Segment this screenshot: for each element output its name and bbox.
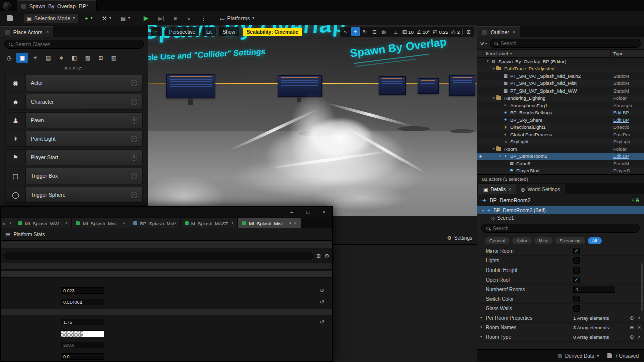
asset-tab[interactable]: M_Splash_MAST...* bbox=[181, 218, 237, 228]
scalar-parameter-row[interactable]: 1.75 ↺ bbox=[1, 317, 332, 327]
filter-chip-misc[interactable]: Misc bbox=[534, 237, 553, 244]
close-icon[interactable]: × bbox=[508, 187, 511, 192]
scale-snap-control[interactable]: ◰ 0.25 bbox=[431, 27, 450, 36]
filter-chip-actor[interactable]: Actor bbox=[512, 237, 532, 244]
checkbox[interactable]: ✓ bbox=[573, 248, 580, 254]
play-button[interactable]: ▶ bbox=[141, 13, 152, 23]
asset-tab[interactable]: n...* bbox=[1, 218, 14, 228]
outliner-search[interactable] bbox=[490, 39, 641, 48]
component-row-scene[interactable]: ◇ Scene1 bbox=[477, 214, 644, 221]
edit-bp-link[interactable]: Edit BP bbox=[613, 110, 644, 115]
expander-icon[interactable]: ▾ bbox=[480, 325, 486, 329]
expander-icon[interactable]: ▾ bbox=[491, 96, 496, 100]
edit-bp-link[interactable]: Edit BP bbox=[613, 117, 644, 123]
scale-tool-button[interactable]: ⊡ bbox=[370, 27, 379, 36]
checkbox[interactable] bbox=[573, 296, 580, 302]
type-column-header[interactable]: Type bbox=[613, 51, 624, 56]
frame-skip-button[interactable]: ▶| bbox=[155, 14, 167, 23]
add-element-icon[interactable]: ⊕ bbox=[630, 334, 634, 340]
parameter-search-input[interactable] bbox=[4, 252, 313, 260]
outliner-tab[interactable]: Outliner × bbox=[477, 26, 520, 37]
place-actors-search[interactable] bbox=[4, 40, 144, 49]
reset-icon[interactable]: ↺ bbox=[320, 319, 324, 325]
checkbox[interactable] bbox=[573, 305, 580, 312]
eject-button[interactable]: ▲ bbox=[183, 14, 194, 23]
filter-chip-streaming[interactable]: Streaming bbox=[555, 237, 585, 244]
play-options-button[interactable]: ⋮ bbox=[198, 14, 209, 23]
clear-array-icon[interactable]: × bbox=[638, 334, 641, 340]
help-icon[interactable]: ? bbox=[131, 173, 137, 179]
outliner-row[interactable]: ▦ PT_SM_VAT_Splash_Mid_Main2 StaticM bbox=[477, 72, 644, 80]
color-swatch[interactable] bbox=[61, 330, 104, 337]
expander-icon[interactable]: ▾ bbox=[485, 59, 490, 63]
place-actor-item-point-light[interactable]: ☀ Point Light ? bbox=[5, 131, 143, 147]
scrollbar[interactable] bbox=[641, 263, 643, 311]
checkbox[interactable] bbox=[573, 257, 580, 264]
settings-button[interactable]: ⚙ Settings bbox=[447, 235, 472, 241]
perspective-dropdown[interactable]: Perspective bbox=[165, 27, 199, 36]
details-search-input[interactable] bbox=[493, 226, 635, 231]
reset-icon[interactable]: ↺ bbox=[320, 299, 324, 305]
outliner-row[interactable]: ▦ PT_SM_VAT_Splash_Mid_WW StaticM bbox=[477, 87, 644, 95]
expander-icon[interactable]: ▾ bbox=[482, 208, 484, 213]
place-actor-item-actor[interactable]: ◉ Actor ? bbox=[5, 75, 143, 91]
rotate-tool-button[interactable]: ↻ bbox=[360, 27, 370, 36]
outliner-row[interactable]: ✦ BP_Sky_Shere Edit BP bbox=[477, 116, 644, 124]
place-actor-item-player-start[interactable]: ⚑ Player Start ? bbox=[5, 149, 143, 165]
expander-icon[interactable]: ▾ bbox=[491, 147, 496, 151]
details-search[interactable] bbox=[481, 224, 640, 233]
gear-icon[interactable]: ⚙ bbox=[324, 253, 329, 259]
close-icon[interactable]: × bbox=[46, 29, 49, 35]
checkbox[interactable]: ✓ bbox=[573, 277, 580, 283]
recently-placed-icon[interactable]: ◷ bbox=[3, 53, 15, 63]
place-actor-item-trigger-sphere[interactable]: ◯ Trigger Sphere ? bbox=[5, 187, 143, 203]
all-classes-category-icon[interactable]: ⊞ bbox=[95, 53, 107, 63]
surface-snap-toggle[interactable]: ⊥ bbox=[391, 27, 401, 36]
save-button[interactable] bbox=[4, 14, 16, 23]
place-actor-item-pawn[interactable]: ♟ Pawn ? bbox=[5, 112, 143, 128]
help-icon[interactable]: ? bbox=[131, 136, 137, 142]
outliner-row[interactable]: ◐ Global PostProcess PostPro bbox=[477, 131, 644, 138]
outliner-row-selected[interactable]: ◉ ▾ ✦ BP_DemoRoom2 Edit BP bbox=[477, 153, 644, 160]
viewport-menu-button[interactable]: ≡ bbox=[151, 27, 162, 36]
expander-icon[interactable]: ▾ bbox=[480, 335, 486, 339]
window-titlebar[interactable]: – □ × bbox=[1, 207, 332, 217]
view-mode-dropdown[interactable]: Lit bbox=[202, 27, 216, 36]
asset-tab[interactable]: BP_Splash_Mid* bbox=[129, 218, 180, 228]
outliner-row[interactable]: ⚑ PlayerStart PlayerS bbox=[477, 167, 644, 175]
outliner-row[interactable]: ▾ Rendering_Lighting Folder bbox=[477, 95, 644, 102]
outliner-row[interactable]: ▾ Room Folder bbox=[477, 145, 644, 153]
show-dropdown[interactable]: Show bbox=[219, 27, 239, 36]
clear-array-icon[interactable]: × bbox=[638, 315, 641, 321]
outliner-row[interactable]: ☼ SkyLight SkyLigh bbox=[477, 138, 644, 146]
place-actor-item-trigger-box[interactable]: ▢ Trigger Box ? bbox=[5, 168, 143, 184]
outliner-row[interactable]: ▦ PT_SM_VAT_Splash_Mid_Mist StaticM bbox=[477, 80, 644, 87]
unsaved-button[interactable]: 7 Unsaved bbox=[607, 353, 639, 359]
color-parameter-row[interactable] bbox=[1, 329, 332, 338]
camera-speed-control[interactable]: ◎ 2 bbox=[450, 27, 461, 36]
outliner-row[interactable]: ▾ PathTrace_PreAdjusted bbox=[477, 65, 644, 73]
vfx-category-icon[interactable]: ∗ bbox=[55, 53, 67, 63]
place-actors-tab[interactable]: Place Actors × bbox=[0, 26, 53, 37]
asset-editor-tab[interactable]: Spawn_By_Overlap_BP* bbox=[17, 0, 97, 11]
help-icon[interactable]: ? bbox=[131, 80, 137, 86]
platforms-dropdown[interactable]: ▭ Platforms ▾ bbox=[217, 14, 257, 23]
outliner-row[interactable]: ≈ AtmosphericFog1 Atmosph bbox=[477, 102, 644, 109]
help-icon[interactable]: ? bbox=[131, 117, 137, 124]
search-classes-input[interactable] bbox=[15, 42, 139, 47]
blueprints-button[interactable]: ⚒ ▾ bbox=[99, 14, 114, 23]
help-icon[interactable]: ? bbox=[131, 154, 137, 161]
level-viewport[interactable]: Spawn By Overlap ple Use and "Collider" … bbox=[148, 25, 477, 216]
asset-tab-active[interactable]: MI_Splash_Mist_...* × bbox=[238, 218, 300, 228]
filter-chip-general[interactable]: General bbox=[485, 237, 510, 244]
grid-view-icon[interactable]: ⊞ bbox=[316, 253, 321, 259]
volumes-category-icon[interactable]: ▧ bbox=[82, 53, 94, 63]
outliner-row[interactable]: ▾ ◍ Spawn_By_Overlap_BP (Editor) bbox=[477, 58, 644, 65]
close-icon[interactable]: × bbox=[513, 29, 516, 35]
expander-icon[interactable]: ▾ bbox=[480, 316, 486, 320]
asset-tab[interactable]: MI_Splash_Mist_...* bbox=[72, 218, 129, 228]
expander-icon[interactable]: ▾ bbox=[491, 67, 496, 71]
outliner-row[interactable]: ▦ Cube6 StaticM bbox=[477, 160, 644, 167]
expander-icon[interactable]: ▾ bbox=[497, 154, 502, 158]
close-tab-icon[interactable]: × bbox=[294, 221, 297, 226]
